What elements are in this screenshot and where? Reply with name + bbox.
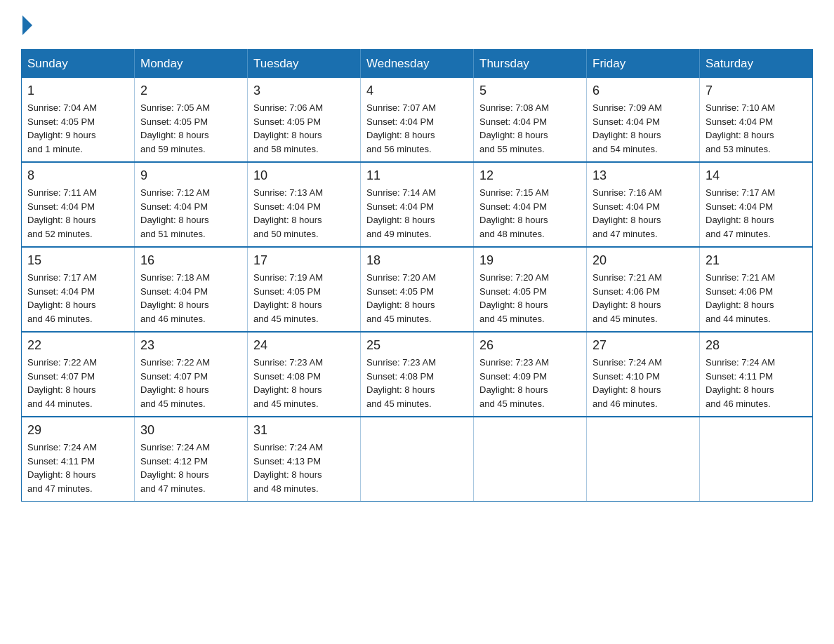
calendar-day-cell: 13 Sunrise: 7:16 AMSunset: 4:04 PMDaylig… bbox=[587, 162, 700, 247]
calendar-header-row: SundayMondayTuesdayWednesdayThursdayFrid… bbox=[22, 50, 813, 79]
day-info: Sunrise: 7:08 AMSunset: 4:04 PMDaylight:… bbox=[479, 101, 581, 156]
day-info: Sunrise: 7:21 AMSunset: 4:06 PMDaylight:… bbox=[706, 271, 807, 326]
calendar-day-cell: 11 Sunrise: 7:14 AMSunset: 4:04 PMDaylig… bbox=[361, 162, 474, 247]
day-number: 29 bbox=[27, 423, 128, 438]
calendar-day-cell: 23 Sunrise: 7:22 AMSunset: 4:07 PMDaylig… bbox=[135, 332, 248, 417]
day-info: Sunrise: 7:23 AMSunset: 4:08 PMDaylight:… bbox=[253, 356, 355, 410]
page-header bbox=[21, 14, 813, 35]
day-info: Sunrise: 7:11 AMSunset: 4:04 PMDaylight:… bbox=[27, 186, 128, 241]
day-number: 18 bbox=[366, 253, 468, 268]
calendar-day-cell: 8 Sunrise: 7:11 AMSunset: 4:04 PMDayligh… bbox=[22, 162, 135, 247]
calendar-day-cell: 18 Sunrise: 7:20 AMSunset: 4:05 PMDaylig… bbox=[361, 247, 474, 332]
day-number: 14 bbox=[706, 168, 807, 183]
calendar-day-cell: 14 Sunrise: 7:17 AMSunset: 4:04 PMDaylig… bbox=[700, 162, 813, 247]
day-info: Sunrise: 7:21 AMSunset: 4:06 PMDaylight:… bbox=[593, 271, 694, 326]
day-number: 12 bbox=[479, 168, 581, 183]
day-info: Sunrise: 7:15 AMSunset: 4:04 PMDaylight:… bbox=[479, 186, 581, 241]
calendar-table: SundayMondayTuesdayWednesdayThursdayFrid… bbox=[21, 49, 813, 502]
day-info: Sunrise: 7:10 AMSunset: 4:04 PMDaylight:… bbox=[706, 101, 807, 156]
calendar-day-cell: 21 Sunrise: 7:21 AMSunset: 4:06 PMDaylig… bbox=[700, 247, 813, 332]
day-info: Sunrise: 7:16 AMSunset: 4:04 PMDaylight:… bbox=[593, 186, 694, 241]
calendar-day-cell: 30 Sunrise: 7:24 AMSunset: 4:12 PMDaylig… bbox=[135, 417, 248, 502]
calendar-day-cell: 28 Sunrise: 7:24 AMSunset: 4:11 PMDaylig… bbox=[700, 332, 813, 417]
calendar-day-cell bbox=[587, 417, 700, 502]
day-info: Sunrise: 7:07 AMSunset: 4:04 PMDaylight:… bbox=[366, 101, 468, 156]
calendar-day-cell: 16 Sunrise: 7:18 AMSunset: 4:04 PMDaylig… bbox=[135, 247, 248, 332]
day-number: 8 bbox=[27, 168, 128, 183]
day-number: 11 bbox=[366, 168, 468, 183]
day-number: 17 bbox=[253, 253, 355, 268]
calendar-week-row: 15 Sunrise: 7:17 AMSunset: 4:04 PMDaylig… bbox=[22, 247, 813, 332]
day-number: 16 bbox=[140, 253, 241, 268]
calendar-day-cell: 12 Sunrise: 7:15 AMSunset: 4:04 PMDaylig… bbox=[474, 162, 587, 247]
day-number: 30 bbox=[140, 423, 241, 438]
day-number: 21 bbox=[706, 253, 807, 268]
day-number: 20 bbox=[593, 253, 694, 268]
calendar-day-cell: 29 Sunrise: 7:24 AMSunset: 4:11 PMDaylig… bbox=[22, 417, 135, 502]
calendar-day-cell: 25 Sunrise: 7:23 AMSunset: 4:08 PMDaylig… bbox=[361, 332, 474, 417]
calendar-day-cell: 20 Sunrise: 7:21 AMSunset: 4:06 PMDaylig… bbox=[587, 247, 700, 332]
day-number: 6 bbox=[593, 83, 694, 98]
calendar-day-cell: 19 Sunrise: 7:20 AMSunset: 4:05 PMDaylig… bbox=[474, 247, 587, 332]
day-number: 10 bbox=[253, 168, 355, 183]
day-info: Sunrise: 7:05 AMSunset: 4:05 PMDaylight:… bbox=[140, 101, 241, 156]
calendar-day-cell bbox=[361, 417, 474, 502]
day-info: Sunrise: 7:18 AMSunset: 4:04 PMDaylight:… bbox=[140, 271, 241, 326]
day-number: 3 bbox=[253, 83, 355, 98]
day-info: Sunrise: 7:14 AMSunset: 4:04 PMDaylight:… bbox=[366, 186, 468, 241]
day-number: 13 bbox=[593, 168, 694, 183]
day-number: 5 bbox=[479, 83, 581, 98]
calendar-day-cell: 5 Sunrise: 7:08 AMSunset: 4:04 PMDayligh… bbox=[474, 78, 587, 162]
calendar-day-cell: 15 Sunrise: 7:17 AMSunset: 4:04 PMDaylig… bbox=[22, 247, 135, 332]
day-info: Sunrise: 7:24 AMSunset: 4:10 PMDaylight:… bbox=[593, 356, 694, 410]
calendar-day-cell: 17 Sunrise: 7:19 AMSunset: 4:05 PMDaylig… bbox=[248, 247, 361, 332]
calendar-day-cell: 26 Sunrise: 7:23 AMSunset: 4:09 PMDaylig… bbox=[474, 332, 587, 417]
calendar-day-cell bbox=[474, 417, 587, 502]
day-info: Sunrise: 7:24 AMSunset: 4:11 PMDaylight:… bbox=[27, 441, 128, 495]
day-info: Sunrise: 7:20 AMSunset: 4:05 PMDaylight:… bbox=[366, 271, 468, 326]
day-info: Sunrise: 7:12 AMSunset: 4:04 PMDaylight:… bbox=[140, 186, 241, 241]
day-number: 25 bbox=[366, 338, 468, 353]
day-info: Sunrise: 7:23 AMSunset: 4:09 PMDaylight:… bbox=[479, 356, 581, 410]
calendar-day-cell: 27 Sunrise: 7:24 AMSunset: 4:10 PMDaylig… bbox=[587, 332, 700, 417]
calendar-header-friday: Friday bbox=[587, 50, 700, 79]
calendar-day-cell: 31 Sunrise: 7:24 AMSunset: 4:13 PMDaylig… bbox=[248, 417, 361, 502]
day-info: Sunrise: 7:06 AMSunset: 4:05 PMDaylight:… bbox=[253, 101, 355, 156]
day-number: 23 bbox=[140, 338, 241, 353]
calendar-week-row: 8 Sunrise: 7:11 AMSunset: 4:04 PMDayligh… bbox=[22, 162, 813, 247]
day-info: Sunrise: 7:19 AMSunset: 4:05 PMDaylight:… bbox=[253, 271, 355, 326]
calendar-day-cell: 1 Sunrise: 7:04 AMSunset: 4:05 PMDayligh… bbox=[22, 78, 135, 162]
calendar-header-wednesday: Wednesday bbox=[361, 50, 474, 79]
calendar-day-cell: 22 Sunrise: 7:22 AMSunset: 4:07 PMDaylig… bbox=[22, 332, 135, 417]
day-number: 7 bbox=[706, 83, 807, 98]
day-info: Sunrise: 7:04 AMSunset: 4:05 PMDaylight:… bbox=[27, 101, 128, 156]
calendar-header-tuesday: Tuesday bbox=[248, 50, 361, 79]
calendar-header-thursday: Thursday bbox=[474, 50, 587, 79]
day-info: Sunrise: 7:09 AMSunset: 4:04 PMDaylight:… bbox=[593, 101, 694, 156]
day-number: 22 bbox=[27, 338, 128, 353]
day-number: 2 bbox=[140, 83, 241, 98]
calendar-day-cell: 10 Sunrise: 7:13 AMSunset: 4:04 PMDaylig… bbox=[248, 162, 361, 247]
calendar-day-cell: 7 Sunrise: 7:10 AMSunset: 4:04 PMDayligh… bbox=[700, 78, 813, 162]
calendar-header-sunday: Sunday bbox=[22, 50, 135, 79]
day-info: Sunrise: 7:17 AMSunset: 4:04 PMDaylight:… bbox=[706, 186, 807, 241]
calendar-day-cell: 4 Sunrise: 7:07 AMSunset: 4:04 PMDayligh… bbox=[361, 78, 474, 162]
calendar-header-saturday: Saturday bbox=[700, 50, 813, 79]
day-info: Sunrise: 7:22 AMSunset: 4:07 PMDaylight:… bbox=[140, 356, 241, 410]
day-number: 9 bbox=[140, 168, 241, 183]
calendar-week-row: 1 Sunrise: 7:04 AMSunset: 4:05 PMDayligh… bbox=[22, 78, 813, 162]
calendar-week-row: 22 Sunrise: 7:22 AMSunset: 4:07 PMDaylig… bbox=[22, 332, 813, 417]
logo-triangle-icon bbox=[22, 15, 32, 35]
calendar-day-cell: 6 Sunrise: 7:09 AMSunset: 4:04 PMDayligh… bbox=[587, 78, 700, 162]
calendar-day-cell: 9 Sunrise: 7:12 AMSunset: 4:04 PMDayligh… bbox=[135, 162, 248, 247]
day-number: 15 bbox=[27, 253, 128, 268]
day-number: 31 bbox=[253, 423, 355, 438]
day-info: Sunrise: 7:20 AMSunset: 4:05 PMDaylight:… bbox=[479, 271, 581, 326]
day-info: Sunrise: 7:17 AMSunset: 4:04 PMDaylight:… bbox=[27, 271, 128, 326]
day-info: Sunrise: 7:24 AMSunset: 4:12 PMDaylight:… bbox=[140, 441, 241, 495]
calendar-day-cell: 3 Sunrise: 7:06 AMSunset: 4:05 PMDayligh… bbox=[248, 78, 361, 162]
day-number: 28 bbox=[706, 338, 807, 353]
day-number: 1 bbox=[27, 83, 128, 98]
day-info: Sunrise: 7:24 AMSunset: 4:11 PMDaylight:… bbox=[706, 356, 807, 410]
calendar-header-monday: Monday bbox=[135, 50, 248, 79]
